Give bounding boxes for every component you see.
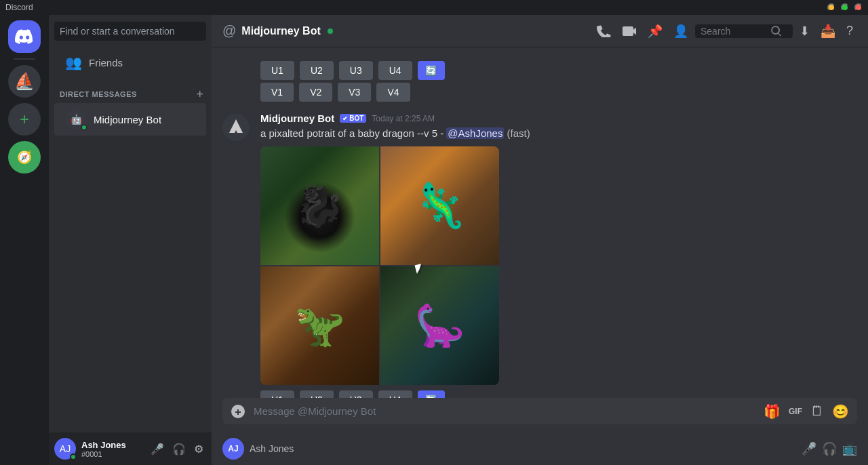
app-layout: ⛵ + 🧭 👥 Friends DIRECT MESSAGES + 🤖 Midj… — [0, 15, 868, 465]
sticker-button[interactable]: 🗒 — [808, 401, 827, 422]
search-bar — [695, 24, 793, 38]
image-grid — [260, 146, 499, 385]
refresh-button-top[interactable]: 🔄 — [418, 61, 445, 80]
server-separator — [14, 58, 35, 60]
dragon-image-3[interactable] — [260, 266, 379, 385]
variation-3-button[interactable]: V3 — [338, 83, 371, 102]
discord-home-icon[interactable] — [8, 20, 41, 53]
dragon-image-1[interactable] — [260, 146, 379, 265]
settings-button[interactable]: ⚙ — [191, 440, 206, 458]
bottom-stream-button[interactable]: 📺 — [842, 441, 857, 456]
bottom-upscale-1-button[interactable]: U1 — [260, 390, 294, 398]
gif-button[interactable]: GIF — [786, 404, 805, 419]
upscale-1-button[interactable]: U1 — [260, 61, 294, 80]
channel-online-indicator — [328, 28, 333, 34]
server-rail: ⛵ + 🧭 — [0, 15, 49, 465]
search-input[interactable] — [54, 22, 206, 41]
user-name: Ash Jones — [81, 440, 142, 450]
add-server-button[interactable]: + — [8, 103, 41, 136]
bot-badge-text: BOT — [349, 115, 363, 122]
server-icon-boat[interactable]: ⛵ — [8, 65, 41, 98]
explore-servers-button[interactable]: 🧭 — [8, 141, 41, 174]
message-input[interactable] — [254, 398, 755, 424]
gift-button[interactable]: 🎁 — [761, 401, 783, 422]
message-content: a pixalted potrait of a baby dragon --v … — [260, 127, 857, 141]
message-fast-tag: (fast) — [507, 127, 530, 139]
online-status-dot — [81, 124, 87, 131]
upscale-3-button[interactable]: U3 — [339, 61, 373, 80]
close-button[interactable]: ✕ — [854, 3, 863, 12]
current-user-avatar: AJ — [54, 438, 76, 460]
dm-search-area — [49, 15, 212, 47]
help-button[interactable]: ? — [842, 20, 857, 42]
variation-1-button[interactable]: V1 — [260, 83, 294, 102]
message-author: Midjourney Bot — [260, 113, 334, 124]
dm-sidebar: 👥 Friends DIRECT MESSAGES + 🤖 Midjourney… — [49, 15, 212, 465]
bottom-upscale-3-button[interactable]: U3 — [339, 390, 373, 398]
bottom-typing-controls: 🎤 🎧 📺 — [802, 441, 857, 456]
minimize-button[interactable]: ─ — [827, 3, 835, 12]
messages-area[interactable]: U1 U2 U3 U4 🔄 V1 V2 V3 V4 — [212, 47, 868, 398]
dragon-image-4[interactable] — [380, 266, 499, 385]
input-right-actions: 🎁 GIF 🗒 😊 — [761, 401, 852, 422]
maximize-button[interactable]: □ — [841, 3, 849, 12]
variation-2-button[interactable]: V2 — [299, 83, 332, 102]
friends-icon: 👥 — [65, 54, 82, 70]
user-status-dot — [70, 453, 77, 460]
variation-4-button[interactable]: V4 — [376, 83, 410, 102]
friends-label: Friends — [89, 57, 123, 68]
bottom-headphone-button[interactable]: 🎧 — [822, 441, 837, 456]
prev-message-buttons-block: U1 U2 U3 U4 🔄 V1 V2 V3 V4 — [212, 58, 868, 110]
message-input-wrapper: 🎁 GIF 🗒 😊 — [222, 398, 857, 424]
bottom-upscale-4-button[interactable]: U4 — [378, 390, 412, 398]
bot-check-icon: ✔ — [342, 115, 348, 122]
upscale-buttons-row: U1 U2 U3 U4 🔄 — [260, 61, 857, 80]
emoji-button[interactable]: 😊 — [829, 401, 852, 422]
message-header: Midjourney Bot ✔ BOT Today at 2:25 AM — [260, 113, 857, 124]
attach-button[interactable] — [228, 399, 248, 424]
upscale-2-button[interactable]: U2 — [300, 61, 334, 80]
upscale-4-button[interactable]: U4 — [378, 61, 412, 80]
add-dm-button[interactable]: + — [193, 88, 206, 100]
header-search-input[interactable] — [701, 26, 768, 37]
message-mention[interactable]: @AshJones — [446, 127, 504, 139]
bottom-upscale-2-button[interactable]: U2 — [300, 390, 334, 398]
user-tag: #0001 — [81, 450, 142, 458]
message-group-midjourney: Midjourney Bot ✔ BOT Today at 2:25 AM a … — [212, 110, 868, 398]
inbox-button[interactable]: 📥 — [816, 20, 840, 43]
user-panel: AJ Ash Jones #0001 🎤 🎧 ⚙ — [49, 432, 212, 465]
user-info: Ash Jones #0001 — [81, 440, 142, 458]
dm-item-midjourney-bot[interactable]: 🤖 Midjourney Bot — [54, 103, 206, 136]
bottom-action-buttons-row: U1 U2 U3 U4 🔄 — [260, 390, 857, 398]
download-button[interactable]: ⬇ — [795, 20, 814, 43]
variation-buttons-row: V1 V2 V3 V4 — [260, 83, 857, 102]
video-button[interactable] — [618, 22, 641, 41]
pin-button[interactable]: 📌 — [644, 20, 667, 43]
titlebar-controls: ─ □ ✕ — [827, 3, 863, 12]
user-controls: 🎤 🎧 ⚙ — [148, 440, 206, 458]
bottom-user-name: Ash Jones — [250, 443, 294, 454]
bottom-mic-button[interactable]: 🎤 — [802, 441, 816, 456]
header-actions: 📌 👤 ⬇ 📥 ? — [592, 20, 857, 43]
message-timestamp: Today at 2:25 AM — [372, 114, 435, 123]
direct-messages-header: DIRECT MESSAGES + — [49, 77, 212, 103]
call-button[interactable] — [592, 21, 615, 41]
at-symbol: @ — [222, 23, 236, 39]
titlebar-title: Discord — [5, 3, 33, 12]
friends-nav-item[interactable]: 👥 Friends — [54, 47, 206, 77]
bottom-user-avatar: AJ — [222, 438, 244, 460]
midjourney-bot-avatar: 🤖 — [65, 108, 87, 130]
message-text: a pixalted potrait of a baby dragon --v … — [260, 127, 443, 139]
direct-messages-label: DIRECT MESSAGES — [60, 90, 137, 98]
titlebar: Discord ─ □ ✕ — [0, 0, 868, 15]
message-body: Midjourney Bot ✔ BOT Today at 2:25 AM a … — [260, 113, 857, 398]
dragon-image-2[interactable] — [380, 146, 499, 265]
deafen-button[interactable]: 🎧 — [170, 440, 189, 458]
mute-button[interactable]: 🎤 — [148, 440, 167, 458]
bot-badge: ✔ BOT — [340, 114, 366, 123]
main-content: @ Midjourney Bot 📌 👤 ⬇ 📥 ? — [212, 15, 868, 465]
add-member-button[interactable]: 👤 — [669, 20, 692, 43]
midjourney-bot-name: Midjourney Bot — [94, 114, 161, 125]
channel-name: Midjourney Bot — [241, 25, 320, 37]
bottom-refresh-button[interactable]: 🔄 — [418, 390, 445, 398]
